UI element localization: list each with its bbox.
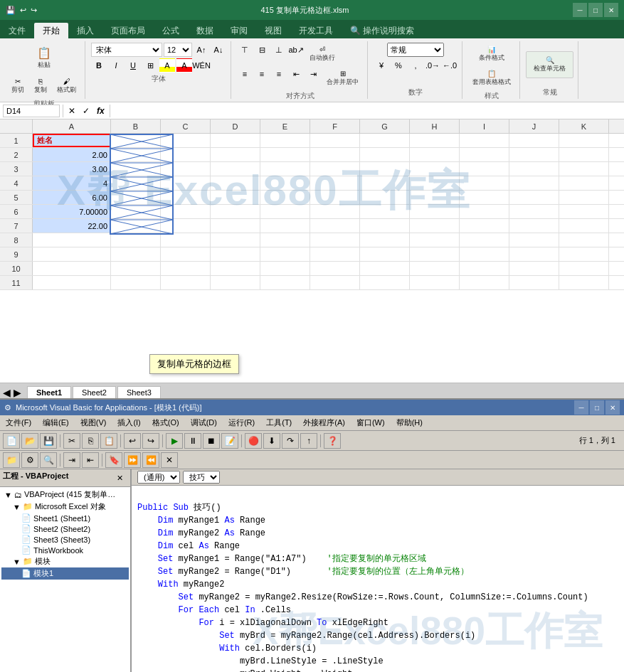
cell-g8[interactable]: [360, 233, 410, 247]
col-header-b[interactable]: B: [111, 119, 161, 133]
cell-j3[interactable]: [509, 162, 559, 176]
comma-button[interactable]: ,: [408, 58, 423, 73]
vba-menu-edit[interactable]: 编辑(E): [37, 416, 75, 430]
cell-j6[interactable]: [509, 205, 559, 218]
cancel-icon[interactable]: ✕: [66, 105, 78, 117]
vba-step-into-btn[interactable]: ⬇: [263, 433, 280, 449]
cell-a2[interactable]: 2.00: [33, 148, 111, 161]
vba-redo-btn[interactable]: ↪: [142, 433, 159, 449]
font-decrease-button[interactable]: A↓: [211, 43, 226, 57]
col-header-f[interactable]: F: [310, 119, 360, 133]
cell-g5[interactable]: [360, 191, 410, 204]
cell-b6[interactable]: [111, 205, 161, 218]
cell-b8[interactable]: [111, 233, 161, 247]
cell-h9[interactable]: [410, 247, 460, 261]
close-button[interactable]: ✕: [604, 3, 618, 17]
format-painter-button[interactable]: 🖌 格式刷: [53, 75, 80, 97]
cell-a9[interactable]: [33, 247, 111, 261]
vba-menu-help[interactable]: 帮助(H): [391, 416, 428, 430]
cell-a7[interactable]: 22.00: [33, 219, 111, 233]
tree-item-sheet1[interactable]: 📄 Sheet1 (Sheet1): [1, 513, 129, 523]
cell-k11[interactable]: [559, 276, 609, 289]
cell-b5[interactable]: [111, 191, 161, 204]
tab-data[interactable]: 数据: [188, 23, 222, 38]
cell-b7[interactable]: [111, 219, 161, 233]
vba-break-btn[interactable]: ⏸: [184, 433, 201, 449]
col-header-k[interactable]: K: [559, 119, 609, 133]
cell-g10[interactable]: [360, 262, 410, 275]
font-name-select[interactable]: 宋体: [91, 43, 162, 57]
align-top-button[interactable]: ⊤: [237, 43, 253, 57]
tree-item-modules[interactable]: ▼ 📁 模块: [1, 555, 129, 567]
tab-view[interactable]: 视图: [256, 23, 290, 38]
cell-h2[interactable]: [410, 148, 460, 161]
vba-open-btn[interactable]: 📂: [21, 433, 38, 449]
vba-clear-bookmarks-btn[interactable]: ✕: [161, 452, 178, 468]
cell-b9[interactable]: [111, 247, 161, 261]
vba-reset-btn[interactable]: ⏹: [203, 433, 220, 449]
vba-save-btn[interactable]: 💾: [40, 433, 57, 449]
cell-j4[interactable]: [509, 176, 559, 190]
cell-d5[interactable]: [211, 191, 260, 204]
highlight-button[interactable]: WÉN: [194, 58, 209, 73]
col-header-e[interactable]: E: [260, 119, 310, 133]
col-header-h[interactable]: H: [410, 119, 460, 133]
vba-menu-addins[interactable]: 外接程序(A): [297, 416, 351, 430]
cell-h8[interactable]: [410, 233, 460, 247]
vba-step-out-btn[interactable]: ↑: [300, 433, 317, 449]
row-header-9[interactable]: 9: [0, 247, 33, 261]
cell-j8[interactable]: [509, 233, 559, 247]
cell-c10[interactable]: [161, 262, 211, 275]
sheet-nav-left[interactable]: ◀: [3, 387, 11, 398]
cut-button[interactable]: ✂ 剪切: [7, 75, 28, 97]
cell-j9[interactable]: [509, 247, 559, 261]
vba-procedure-dropdown[interactable]: 技巧: [183, 471, 220, 484]
cell-f3[interactable]: [310, 162, 360, 176]
tab-insert[interactable]: 插入: [68, 23, 102, 38]
cell-f11[interactable]: [310, 276, 360, 289]
cell-c9[interactable]: [161, 247, 211, 261]
tree-item-vbaproject[interactable]: ▼ 🗂 VBAProject (415 复制单…: [1, 489, 129, 501]
vba-paste-btn[interactable]: 📋: [100, 433, 117, 449]
cell-e8[interactable]: [260, 233, 310, 247]
increase-indent-button[interactable]: ⇥: [305, 67, 321, 81]
cell-k4[interactable]: [559, 176, 609, 190]
cell-i3[interactable]: [460, 162, 509, 176]
cell-g7[interactable]: [360, 219, 410, 233]
tree-item-thisworkbook[interactable]: 📄 ThisWorkbook: [1, 545, 129, 555]
cell-e3[interactable]: [260, 162, 310, 176]
row-header-6[interactable]: 6: [0, 205, 33, 218]
cell-f9[interactable]: [310, 247, 360, 261]
vba-undo-btn[interactable]: ↩: [124, 433, 141, 449]
decrease-indent-button[interactable]: ⇤: [288, 67, 304, 81]
cell-b10[interactable]: [111, 262, 161, 275]
vba-indent-btn[interactable]: ⇥: [63, 452, 80, 468]
cell-i4[interactable]: [460, 176, 509, 190]
row-header-7[interactable]: 7: [0, 219, 33, 233]
font-color-button[interactable]: A: [176, 58, 192, 73]
cell-d10[interactable]: [211, 262, 260, 275]
align-middle-button[interactable]: ⊟: [254, 43, 270, 57]
vba-breakpoint-btn[interactable]: 🔴: [245, 433, 262, 449]
vba-maximize-button[interactable]: □: [590, 400, 604, 415]
cell-d1[interactable]: [211, 134, 260, 147]
function-icon[interactable]: fx: [95, 105, 107, 117]
row-header-1[interactable]: 1: [0, 134, 33, 147]
cell-c7[interactable]: [161, 219, 211, 233]
confirm-icon[interactable]: ✓: [80, 105, 92, 117]
cell-g3[interactable]: [360, 162, 410, 176]
vba-menu-view[interactable]: 视图(V): [75, 416, 112, 430]
maximize-button[interactable]: □: [588, 3, 603, 17]
cell-k3[interactable]: [559, 162, 609, 176]
cell-a4[interactable]: 4: [33, 176, 111, 190]
cell-k10[interactable]: [559, 262, 609, 275]
formula-input[interactable]: [113, 107, 621, 115]
cell-k8[interactable]: [559, 233, 609, 247]
vba-help-btn[interactable]: ❓: [324, 433, 341, 449]
vba-menu-insert[interactable]: 插入(I): [112, 416, 146, 430]
row-header-8[interactable]: 8: [0, 233, 33, 247]
cell-d11[interactable]: [211, 276, 260, 289]
paste-button[interactable]: 📋 粘贴: [7, 43, 80, 73]
vba-mode-btn[interactable]: 📝: [221, 433, 238, 449]
sheet-tab-3[interactable]: Sheet3: [117, 386, 161, 398]
